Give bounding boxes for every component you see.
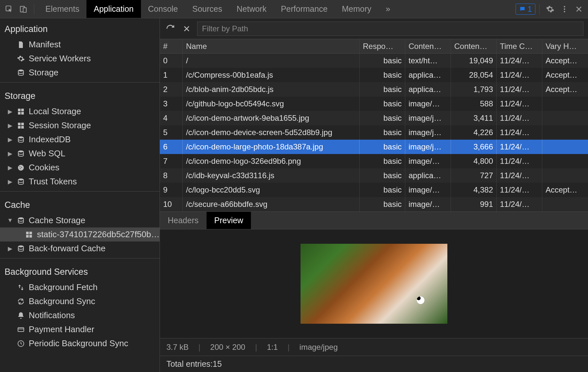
cell-vary <box>542 111 588 125</box>
clear-icon[interactable] <box>181 23 193 35</box>
settings-icon[interactable] <box>544 3 557 16</box>
sidebar-item[interactable]: ▶Cookies <box>0 161 160 175</box>
sidebar-item[interactable]: ▶Back-forward Cache <box>0 241 160 256</box>
sidebar-item-label: Notifications <box>29 310 75 320</box>
cell-index: 3 <box>160 97 183 111</box>
cell-response: basic <box>360 111 405 125</box>
filter-input[interactable] <box>197 22 583 36</box>
table-row[interactable]: 1/c/Compress-00b1eafa.jsbasicapplica…28,… <box>160 68 588 82</box>
device-toggle-icon[interactable] <box>17 3 30 16</box>
sidebar-item-label: Manifest <box>29 39 61 50</box>
cell-response: basic <box>360 82 405 97</box>
table-row[interactable]: 2/c/blob-anim-2db05bdc.jsbasicapplica…1,… <box>160 82 588 97</box>
cell-name: /c/github-logo-bc05494c.svg <box>183 97 360 111</box>
tab-more[interactable]: » <box>379 0 397 18</box>
sidebar-item[interactable]: ▶Local Storage <box>0 104 160 118</box>
inspect-icon[interactable] <box>3 3 16 16</box>
svg-rect-10 <box>21 112 24 115</box>
col-ctype[interactable]: Conten… <box>405 39 451 53</box>
tab-performance[interactable]: Performance <box>274 0 335 18</box>
sidebar-item[interactable]: ▶Session Storage <box>0 118 160 132</box>
cell-ctype: image/j… <box>405 125 451 140</box>
tab-application[interactable]: Application <box>86 0 141 18</box>
table-row[interactable]: 9/c/logo-bcc20dd5.svgbasicimage/…4,38211… <box>160 183 588 197</box>
table-row[interactable]: 5/c/icon-demo-device-screen-5d52d8b9.jpg… <box>160 125 588 140</box>
sidebar-item[interactable]: ▼Cache Storage <box>0 213 160 227</box>
subtab-preview[interactable]: Preview <box>207 212 251 229</box>
updown-icon <box>16 283 25 292</box>
col-time[interactable]: Time C… <box>497 39 542 53</box>
cell-time: 11/24/… <box>497 183 542 197</box>
sidebar-item[interactable]: Service Workers <box>0 52 160 66</box>
sidebar-item[interactable]: Notifications <box>0 308 160 322</box>
database-icon <box>16 244 25 253</box>
table-row[interactable]: 4/c/icon-demo-artwork-9eba1655.jpgbasici… <box>160 111 588 125</box>
cell-clen: 3,411 <box>451 111 497 125</box>
arrow-right-icon: ▶ <box>7 136 13 143</box>
cell-time: 11/24/… <box>497 54 542 68</box>
cell-clen: 28,054 <box>451 68 497 82</box>
sidebar-item-label: Service Workers <box>29 54 91 64</box>
table-row[interactable]: 0/basictext/ht…19,04911/24/…Accept… <box>160 54 588 68</box>
sidebar-item[interactable]: Manifest <box>0 38 160 52</box>
devtools-topbar: Elements Application Console Sources Net… <box>0 0 588 18</box>
col-index[interactable]: # <box>160 39 183 53</box>
section-storage: Storage <box>0 85 160 104</box>
table-row[interactable]: 3/c/github-logo-bc05494c.svgbasicimage/…… <box>160 97 588 111</box>
kebab-menu-icon[interactable] <box>558 3 571 16</box>
bell-icon <box>16 311 25 320</box>
sidebar-item[interactable]: static-3741017226db5c27f50b… <box>0 227 160 241</box>
database-icon <box>16 216 25 225</box>
arrow-right-icon: ▶ <box>7 108 13 115</box>
table-header[interactable]: # Name Respo… Conten… Conten… Time C… Va… <box>160 39 588 54</box>
cell-index: 9 <box>160 183 183 197</box>
sidebar-item[interactable]: Background Sync <box>0 294 160 308</box>
tab-console[interactable]: Console <box>141 0 185 18</box>
refresh-icon[interactable] <box>164 23 176 35</box>
arrow-right-icon: ▶ <box>7 150 13 157</box>
cell-index: 1 <box>160 68 183 82</box>
sidebar-item[interactable]: Periodic Background Sync <box>0 336 160 350</box>
col-name[interactable]: Name <box>183 39 360 53</box>
table-row[interactable]: 8/c/idb-keyval-c33d3116.jsbasicapplica…7… <box>160 168 588 183</box>
sidebar-item[interactable]: ▶Web SQL <box>0 147 160 161</box>
sidebar-item[interactable]: ▶IndexedDB <box>0 132 160 147</box>
table-row[interactable]: 10/c/secure-a66bbdfe.svgbasicimage/…9911… <box>160 197 588 211</box>
gear-icon <box>16 54 25 63</box>
sidebar-item[interactable]: ▶Trust Tokens <box>0 175 160 189</box>
tab-elements[interactable]: Elements <box>38 0 86 18</box>
tab-memory[interactable]: Memory <box>335 0 379 18</box>
subtab-headers[interactable]: Headers <box>160 212 207 229</box>
cell-time: 11/24/… <box>497 97 542 111</box>
cell-clen: 4,800 <box>451 154 497 168</box>
svg-rect-26 <box>29 235 32 238</box>
cell-vary <box>542 97 588 111</box>
footer-bar: Total entries: 15 <box>160 356 588 372</box>
cell-clen: 3,666 <box>451 140 497 154</box>
col-response[interactable]: Respo… <box>360 39 405 53</box>
application-sidebar[interactable]: Application ManifestService WorkersStora… <box>0 18 160 372</box>
cell-name: /c/idb-keyval-c33d3116.js <box>183 168 360 183</box>
tab-network[interactable]: Network <box>229 0 274 18</box>
cell-ctype: image/… <box>405 183 451 197</box>
cell-time: 11/24/… <box>497 125 542 140</box>
issues-badge[interactable]: 1 <box>516 4 535 15</box>
sidebar-item-label: Trust Tokens <box>29 177 77 187</box>
tab-sources[interactable]: Sources <box>185 0 229 18</box>
preview-size: 3.7 kB <box>166 343 189 352</box>
table-row[interactable]: 6/c/icon-demo-large-photo-18da387a.jpgba… <box>160 140 588 154</box>
sidebar-item[interactable]: Storage <box>0 66 160 80</box>
table-row[interactable]: 7/c/icon-demo-logo-326ed9b6.pngbasicimag… <box>160 154 588 168</box>
sidebar-item[interactable]: Background Fetch <box>0 280 160 294</box>
cell-name: /c/icon-demo-artwork-9eba1655.jpg <box>183 111 360 125</box>
cell-response: basic <box>360 54 405 68</box>
preview-area <box>160 229 588 338</box>
cell-vary: Accept… <box>542 68 588 82</box>
col-vary[interactable]: Vary H… <box>542 39 588 53</box>
svg-point-20 <box>20 168 21 169</box>
col-clen[interactable]: Conten… <box>451 39 497 53</box>
close-icon[interactable] <box>572 3 585 16</box>
cell-vary <box>542 197 588 211</box>
svg-rect-24 <box>29 232 32 234</box>
sidebar-item[interactable]: Payment Handler <box>0 322 160 336</box>
